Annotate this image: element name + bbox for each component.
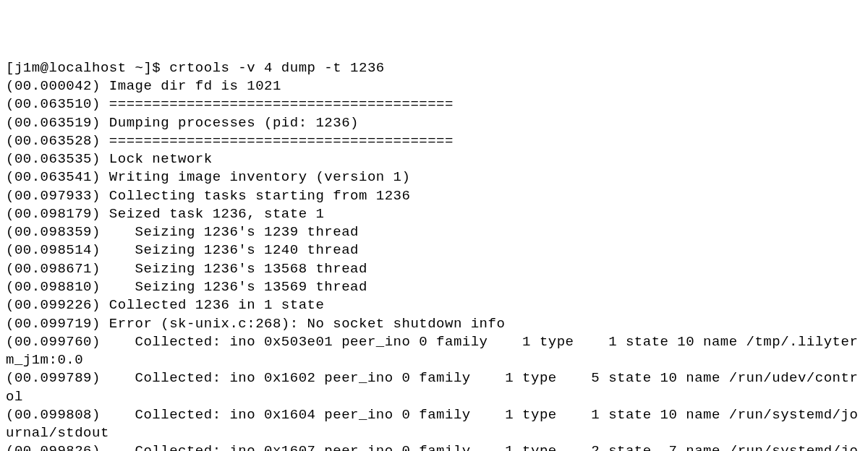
log-line: (00.098810) Seizing 1236's 13569 thread (6, 279, 367, 295)
log-line: (00.099719) Error (sk-unix.c:268): No so… (6, 316, 505, 332)
log-line: (00.063510) ============================… (6, 96, 454, 112)
log-line: (00.099789) Collected: ino 0x1602 peer_i… (6, 370, 858, 404)
log-line: (00.063535) Lock network (6, 151, 213, 167)
log-line: (00.097933) Collecting tasks starting fr… (6, 188, 410, 204)
log-line: (00.000042) Image dir fd is 1021 (6, 78, 281, 94)
log-line: (00.098514) Seizing 1236's 1240 thread (6, 242, 359, 258)
log-line: (00.098179) Seized task 1236, state 1 (6, 206, 324, 222)
log-line: (00.099760) Collected: ino 0x503e01 peer… (6, 334, 858, 368)
log-line: (00.063519) Dumping processes (pid: 1236… (6, 115, 359, 131)
log-line: (00.099808) Collected: ino 0x1604 peer_i… (6, 407, 858, 441)
log-line: (00.063528) ============================… (6, 133, 454, 149)
shell-prompt: [j1m@localhost ~]$ (6, 60, 161, 76)
terminal-output[interactable]: [j1m@localhost ~]$ crtools -v 4 dump -t … (6, 59, 862, 451)
shell-command: crtools -v 4 dump -t 1236 (169, 60, 385, 76)
log-line: (00.098359) Seizing 1236's 1239 thread (6, 224, 359, 240)
log-line: (00.098671) Seizing 1236's 13568 thread (6, 261, 367, 277)
log-line: (00.063541) Writing image inventory (ver… (6, 169, 410, 185)
log-line: (00.099826) Collected: ino 0x1607 peer_i… (6, 443, 858, 451)
log-line: (00.099226) Collected 1236 in 1 state (6, 297, 324, 313)
